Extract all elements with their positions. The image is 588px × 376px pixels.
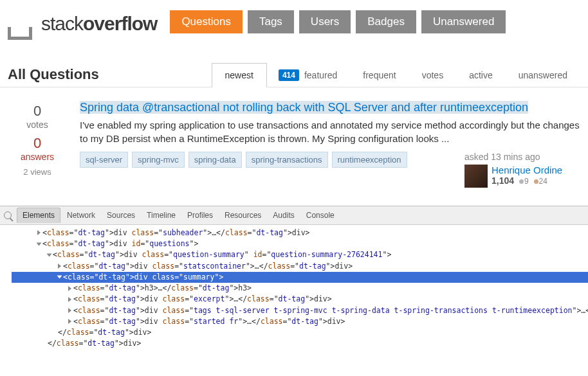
devtools-tab-audits[interactable]: Audits xyxy=(268,208,299,222)
nav-tags[interactable]: Tags xyxy=(248,10,294,33)
devtools-tab-sources[interactable]: Sources xyxy=(102,208,140,222)
tab-featured[interactable]: featured xyxy=(302,64,350,87)
vote-label: votes xyxy=(8,120,67,130)
tag[interactable]: spring-transactions xyxy=(246,152,328,168)
silver-badge-count: 9 xyxy=(524,177,529,186)
view-count: 2 views xyxy=(8,167,67,177)
user-link[interactable]: Henrique Ordine xyxy=(492,165,562,175)
sort-tabs: newest 414 featured frequent votes activ… xyxy=(212,63,580,87)
devtools-tab-console[interactable]: Console xyxy=(301,208,340,222)
devtools-tab-elements[interactable]: Elements xyxy=(17,208,60,223)
nav-badges[interactable]: Badges xyxy=(356,10,416,33)
silver-badge-icon xyxy=(519,179,524,184)
site-header: stackoverflow Questions Tags Users Badge… xyxy=(0,0,588,40)
dom-node: </class="dt-tag">div> xyxy=(12,338,588,349)
dom-node: </class="dt-tag">div> xyxy=(12,327,588,338)
bronze-badge-icon xyxy=(534,179,538,184)
featured-count-badge: 414 xyxy=(279,69,299,81)
tag[interactable]: runtimeexception xyxy=(332,152,407,168)
question-excerpt: I've enabled my spring application to us… xyxy=(80,119,580,145)
reputation: 1,104 xyxy=(492,175,514,186)
dom-tree[interactable]: <class="dt-tag">div class="subheader">…<… xyxy=(0,225,588,355)
asker-info: asked 13 mins ago Henrique Ordine 1,104 … xyxy=(464,152,580,188)
avatar[interactable] xyxy=(464,165,488,188)
tab-newest[interactable]: newest xyxy=(212,63,267,87)
tag[interactable]: spring-mvc xyxy=(132,152,185,168)
devtools-tabs: Elements Network Sources Timeline Profil… xyxy=(0,206,588,225)
site-logo[interactable]: stackoverflow xyxy=(8,4,157,40)
dom-node[interactable]: <class="dt-tag">div id="questions"> xyxy=(12,238,588,249)
tab-frequent[interactable]: frequent xyxy=(350,64,409,87)
devtools-tab-profiles[interactable]: Profiles xyxy=(182,208,218,222)
logo-icon xyxy=(8,4,39,40)
tab-active[interactable]: active xyxy=(456,64,506,87)
devtools-panel: Elements Network Sources Timeline Profil… xyxy=(0,206,588,355)
dom-node[interactable]: <class="dt-tag">h3>…</class="dt-tag">h3> xyxy=(12,283,588,294)
search-icon[interactable] xyxy=(4,211,12,219)
tab-votes[interactable]: votes xyxy=(409,64,456,87)
question-summary: 0 votes 0 answers 2 views Spring data @t… xyxy=(8,94,580,194)
dom-node-selected[interactable]: <class="dt-tag">div class="summary"> xyxy=(12,272,588,283)
question-title: Spring data @transactional not rolling b… xyxy=(80,101,528,114)
devtools-tab-resources[interactable]: Resources xyxy=(219,208,266,222)
answer-label: answers xyxy=(8,152,67,162)
vote-count: 0 xyxy=(8,103,67,120)
question-list: 0 votes 0 answers 2 views Spring data @t… xyxy=(0,87,588,201)
asked-time: asked 13 mins ago xyxy=(464,152,580,162)
nav-users[interactable]: Users xyxy=(299,10,351,33)
dom-node[interactable]: <class="dt-tag">div class="statscontaine… xyxy=(12,261,588,272)
subheader: All Questions newest 414 featured freque… xyxy=(0,40,588,87)
nav-questions[interactable]: Questions xyxy=(170,10,243,33)
stats-container: 0 votes 0 answers 2 views xyxy=(8,100,67,188)
devtools-tab-timeline[interactable]: Timeline xyxy=(142,208,181,222)
dom-node[interactable]: <class="dt-tag">div class="excerpt">…</c… xyxy=(12,294,588,305)
tag-list: sql-server spring-mvc spring-data spring… xyxy=(80,152,407,168)
tab-unanswered[interactable]: unanswered xyxy=(506,64,580,87)
primary-nav: Questions Tags Users Badges Unanswered xyxy=(170,10,506,40)
devtools-tab-network[interactable]: Network xyxy=(62,208,100,222)
tag[interactable]: spring-data xyxy=(188,152,242,168)
question-content: Spring data @transactional not rolling b… xyxy=(80,100,580,188)
question-title-link[interactable]: Spring data @transactional not rolling b… xyxy=(80,103,528,113)
tag[interactable]: sql-server xyxy=(80,152,128,168)
dom-node[interactable]: <class="dt-tag">div class="tags t-sql-se… xyxy=(12,305,588,316)
dom-node[interactable]: <class="dt-tag">div class="started fr">…… xyxy=(12,316,588,327)
logo-text: stackoverflow xyxy=(41,13,157,40)
answer-count: 0 xyxy=(8,135,67,152)
nav-unanswered[interactable]: Unanswered xyxy=(421,10,506,33)
page-title: All Questions xyxy=(8,66,99,87)
dom-node[interactable]: <class="dt-tag">div class="question-summ… xyxy=(12,249,588,260)
dom-node[interactable]: <class="dt-tag">div class="subheader">…<… xyxy=(12,228,588,238)
bronze-badge-count: 24 xyxy=(539,177,547,186)
